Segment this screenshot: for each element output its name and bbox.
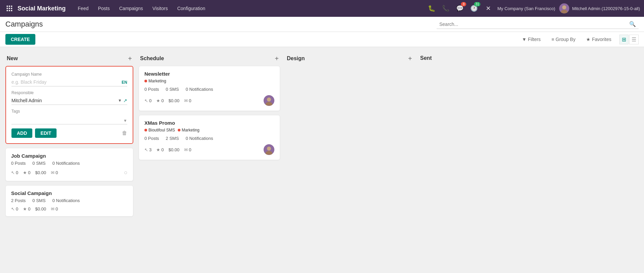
edit-button[interactable]: EDIT (35, 128, 57, 138)
filters-button[interactable]: ▼ Filters (519, 35, 543, 43)
clicks-metric: ↖ 3 (144, 147, 151, 152)
kanban-column-new: New + Campaign Name EN Responsible Mitch… (5, 52, 133, 221)
tags-field: Tags ▼ (11, 109, 127, 124)
toolbar-right: ▼ Filters ≡ Group By ★ Favorites ⊞ ☰ (519, 35, 639, 44)
star-metric-icon: ★ (23, 170, 27, 175)
responsible-select-wrapper[interactable]: Mitchell Admin ▼ ↗ (11, 96, 127, 105)
add-schedule-column-btn[interactable]: + (275, 55, 279, 62)
revenue-value: $0.00 (168, 147, 179, 152)
apps-icon[interactable] (4, 3, 15, 14)
metrics-left: ↖ 0 ★ 0 $0.00 ✉ 0 (11, 170, 58, 175)
form-actions: ADD EDIT 🗑 (11, 128, 127, 138)
clicks-metric: ↖ 0 (11, 170, 18, 175)
search-input[interactable] (439, 22, 626, 27)
close-icon[interactable]: ✕ (483, 3, 493, 13)
svg-rect-7 (9, 10, 10, 11)
svg-rect-3 (7, 8, 8, 9)
user-name: Mitchell Admin (12002976-15-0-all) (572, 6, 640, 11)
phone-icon[interactable]: 📞 (441, 3, 451, 13)
campaign-card-newsletter[interactable]: Newsletter Marketing 0 Posts 0 SMS 0 Not… (139, 66, 280, 111)
tag-dot (144, 129, 147, 131)
tags-input[interactable] (11, 115, 127, 124)
svg-rect-1 (9, 6, 10, 7)
topbar: Social Marketing Feed Posts Campaigns Vi… (0, 0, 644, 17)
cursor-icon: ↖ (11, 170, 15, 175)
search-bar[interactable]: 🔍 (437, 20, 639, 29)
revenue-value: $0.00 (35, 206, 46, 211)
tag-marketing: Marketing (144, 79, 166, 83)
add-button[interactable]: ADD (11, 128, 32, 138)
stars-value: 0 (28, 170, 30, 175)
email-metric: ✉ 0 (184, 147, 191, 152)
language-selector[interactable]: EN (122, 80, 127, 85)
email-icon: ✉ (51, 206, 55, 211)
campaign-metrics: ↖ 0 ★ 0 $0.00 ✉ 0 (11, 169, 128, 176)
svg-point-13 (267, 147, 271, 151)
favorites-button[interactable]: ★ Favorites (583, 35, 614, 43)
svg-rect-2 (11, 6, 12, 7)
external-link-icon[interactable]: ↗ (123, 98, 127, 103)
nav-configuration[interactable]: Configuration (173, 4, 209, 13)
nav-campaigns[interactable]: Campaigns (115, 4, 147, 13)
kanban-view-btn[interactable]: ⊞ (619, 35, 629, 44)
tag-label: Bioutifoul SMS (148, 128, 175, 132)
content-area: Campaigns 🔍 CREATE ▼ Filters ≡ Group By … (0, 17, 644, 273)
group-by-button[interactable]: ≡ Group By (549, 35, 578, 43)
responsible-label: Responsible (11, 90, 127, 95)
campaign-card-social[interactable]: Social Campaign 2 Posts 0 SMS 0 Notifica… (5, 185, 133, 217)
campaign-card-xmas[interactable]: XMas Promo Bioutifoul SMS Marketing 0 Po… (139, 115, 280, 160)
add-new-column-btn[interactable]: + (128, 55, 132, 62)
stars-metric: ★ 0 (23, 206, 30, 211)
metrics-left: ↖ 3 ★ 0 $0.00 ✉ 0 (144, 147, 191, 152)
nav-feed[interactable]: Feed (74, 4, 93, 13)
toolbar: CREATE ▼ Filters ≡ Group By ★ Favorites … (0, 32, 644, 47)
add-design-column-btn[interactable]: + (408, 55, 412, 62)
clicks-value: 0 (16, 206, 18, 211)
new-campaign-form: Campaign Name EN Responsible Mitchell Ad… (5, 66, 133, 144)
sub-header: Campaigns 🔍 (0, 17, 644, 32)
notifications-count: 0 Notifications (52, 161, 80, 166)
clicks-value: 0 (16, 170, 18, 175)
campaign-name-input[interactable] (11, 78, 127, 86)
svg-point-9 (562, 5, 566, 9)
kanban-column-sent: Sent (419, 52, 547, 65)
delete-button[interactable]: 🗑 (122, 130, 127, 136)
responsible-value: Mitchell Admin (11, 98, 118, 103)
sms-count: 0 SMS (32, 198, 45, 203)
tag-dot (178, 129, 180, 131)
activity-icon[interactable]: 🕐 31 (469, 3, 479, 13)
app-name: Social Marketing (18, 5, 66, 12)
campaign-card-job[interactable]: Job Campaign 0 Posts 0 SMS 0 Notificatio… (5, 148, 133, 181)
stars-metric: ★ 0 (23, 170, 30, 175)
stars-metric: ★ 0 (156, 147, 164, 152)
svg-rect-0 (7, 6, 8, 7)
metrics-left: ↖ 0 ★ 0 $0.00 ✉ 0 (144, 98, 191, 103)
group-by-icon: ≡ (551, 37, 554, 42)
create-button[interactable]: CREATE (5, 34, 35, 45)
kanban-column-schedule: Schedule + Newsletter Marketing 0 Posts … (139, 52, 280, 164)
chat-icon[interactable]: 💬 8 (455, 3, 465, 13)
star-metric-icon: ★ (23, 206, 27, 211)
search-icon[interactable]: 🔍 (629, 21, 636, 27)
clicks-metric: ↖ 0 (144, 98, 151, 103)
list-view-btn[interactable]: ☰ (629, 35, 639, 44)
user-avatar (559, 3, 569, 13)
nav-posts[interactable]: Posts (94, 4, 114, 13)
topbar-icons: 🐛 📞 💬 8 🕐 31 ✕ (427, 3, 493, 13)
stars-value: 0 (161, 147, 164, 152)
svg-rect-6 (7, 10, 8, 11)
user-profile[interactable]: Mitchell Admin (12002976-15-0-all) (559, 3, 640, 13)
svg-rect-8 (11, 10, 12, 11)
debug-icon[interactable]: 🐛 (427, 3, 437, 13)
campaign-metrics: ↖ 3 ★ 0 $0.00 ✉ 0 (144, 144, 274, 155)
stars-metric: ★ 0 (156, 98, 164, 103)
nav-visitors[interactable]: Visitors (148, 4, 172, 13)
email-value: 0 (189, 147, 191, 152)
email-value: 0 (56, 206, 58, 211)
cursor-icon: ↖ (11, 206, 15, 211)
svg-point-12 (266, 102, 272, 106)
campaign-name-label: Campaign Name (11, 72, 127, 77)
svg-point-11 (267, 98, 271, 102)
sms-count: 0 SMS (166, 87, 179, 92)
revenue-metric: $0.00 (35, 206, 46, 211)
